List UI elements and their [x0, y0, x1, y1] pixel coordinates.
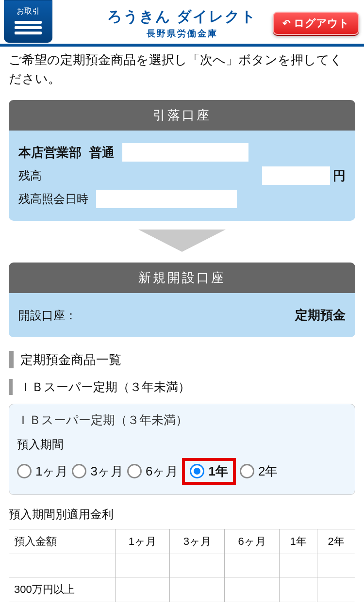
new-account-card: 新規開設口座 開設口座： 定期預金 [9, 263, 355, 337]
option-label: 6ヶ月 [146, 463, 178, 480]
newacc-value: 定期預金 [295, 307, 346, 324]
hamburger-icon [15, 18, 42, 37]
rate-table: 預入金額 1ヶ月 3ヶ月 6ヶ月 1年 2年 300万円以上 [9, 529, 355, 602]
balance-unit: 円 [333, 167, 346, 184]
option-label: 1ヶ月 [35, 463, 68, 480]
option-label: 2年 [258, 463, 278, 480]
account-number-field [122, 143, 248, 162]
cell [170, 577, 225, 602]
table-row [9, 554, 355, 577]
inquiry-time-field [96, 190, 237, 208]
radio-icon-selected [190, 464, 204, 478]
cell [317, 577, 355, 602]
cell [280, 554, 317, 577]
cell [115, 554, 170, 577]
period-option-2y[interactable]: 2年 [240, 463, 278, 480]
product-name: ＩＢスーパー定期（３年未満） [17, 412, 347, 428]
radio-icon [240, 464, 254, 478]
period-option-3m[interactable]: 3ヶ月 [72, 463, 123, 480]
menu-button[interactable]: お取引 [4, 0, 52, 43]
newacc-label: 開設口座： [18, 308, 77, 323]
period-option-6m[interactable]: 6ヶ月 [127, 463, 178, 480]
app-header: お取引 ろうきん ダイレクト 長野県労働金庫 ↶ ログアウト [0, 0, 364, 47]
rate-table-caption: 預入期間別適用金利 [9, 507, 355, 522]
product-card: ＩＢスーパー定期（３年未満） 預入期間 1ヶ月 3ヶ月 6ヶ月 1年 [9, 404, 355, 495]
cell [225, 554, 280, 577]
debit-card-title: 引落口座 [9, 100, 355, 131]
undo-icon: ↶ [282, 17, 291, 29]
arrow-down-icon [138, 230, 226, 252]
cell [9, 554, 116, 577]
product-list-title: 定期預金商品一覧 [9, 351, 355, 368]
table-row: 300万円以上 [9, 577, 355, 602]
period-option-1m[interactable]: 1ヶ月 [17, 463, 68, 480]
menu-label: お取引 [17, 6, 40, 16]
radio-icon [17, 464, 32, 478]
table-header-row: 預入金額 1ヶ月 3ヶ月 6ヶ月 1年 2年 [9, 529, 355, 554]
product-group-title-1: ＩＢスーパー定期（３年未満） [9, 379, 355, 395]
option-label: 1年 [208, 463, 228, 480]
th-3m: 3ヶ月 [170, 529, 225, 554]
cell [280, 577, 317, 602]
balance-field [262, 166, 330, 185]
inquiry-time-label: 残高照会日時 [18, 191, 88, 207]
highlighted-option: 1年 [182, 458, 235, 485]
logout-label: ログアウト [294, 16, 349, 31]
th-amount: 預入金額 [9, 529, 116, 554]
radio-icon [72, 464, 86, 478]
debit-account-card: 引落口座 本店営業部 普通 残高 円 残高照会日時 [9, 100, 355, 221]
cell: 300万円以上 [9, 577, 116, 602]
cell [170, 554, 225, 577]
option-label: 3ヶ月 [90, 463, 123, 480]
period-label: 預入期間 [17, 437, 347, 452]
branch-name: 本店営業部 [18, 144, 82, 161]
period-options: 1ヶ月 3ヶ月 6ヶ月 1年 2年 [17, 458, 347, 485]
account-type: 普通 [89, 144, 115, 161]
th-6m: 6ヶ月 [225, 529, 280, 554]
period-option-1y[interactable]: 1年 [190, 463, 228, 480]
logout-button[interactable]: ↶ ログアウト [273, 12, 359, 35]
cell [317, 554, 355, 577]
cell [225, 577, 280, 602]
page-instruction: ご希望の定期預金商品を選択し「次へ」ボタンを押してください。 [9, 47, 355, 100]
cell [115, 577, 170, 602]
th-2y: 2年 [317, 529, 355, 554]
newacc-card-title: 新規開設口座 [9, 263, 355, 293]
th-1m: 1ヶ月 [115, 529, 170, 554]
balance-label: 残高 [18, 168, 42, 183]
radio-icon [127, 464, 142, 478]
th-1y: 1年 [280, 529, 317, 554]
